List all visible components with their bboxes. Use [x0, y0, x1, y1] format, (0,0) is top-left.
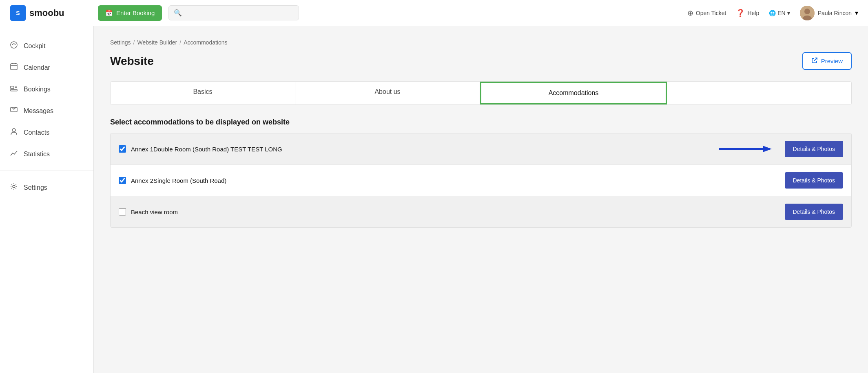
user-menu[interactable]: Paula Rincon ▾: [800, 6, 858, 20]
logo-text: smoobu: [29, 8, 64, 18]
tab-accommodations[interactable]: Accommodations: [480, 82, 667, 104]
breadcrumb-current: Accommodations: [184, 39, 227, 46]
accommodations-section-title: Select accommodations to be displayed on…: [110, 118, 852, 127]
tab-extra[interactable]: [667, 82, 851, 104]
calendar-icon: [10, 62, 18, 73]
accommodation-checkbox-annex1[interactable]: [119, 145, 126, 153]
search-icon: 🔍: [174, 9, 182, 17]
accommodation-checkbox-annex2[interactable]: [119, 177, 126, 184]
sidebar-item-label-messages: Messages: [24, 107, 53, 115]
user-chevron-icon: ▾: [855, 9, 858, 17]
sidebar-item-label-contacts: Contacts: [24, 129, 49, 136]
svg-rect-8: [11, 89, 17, 91]
tab-about-us-label: About us: [374, 88, 400, 95]
tab-basics[interactable]: Basics: [111, 82, 295, 104]
open-ticket-label: Open Ticket: [696, 10, 726, 16]
svg-point-11: [13, 185, 15, 188]
tab-about-us[interactable]: About us: [295, 82, 480, 104]
user-name: Paula Rincon: [818, 10, 852, 16]
breadcrumb: Settings / Website Builder / Accommodati…: [110, 39, 852, 46]
sidebar-item-messages[interactable]: Messages: [0, 101, 93, 121]
breadcrumb-settings[interactable]: Settings: [110, 39, 131, 46]
ticket-icon: ⊕: [687, 9, 693, 18]
sidebar-item-label-calendar: Calendar: [24, 64, 50, 71]
help-nav-item[interactable]: ❓ Help: [736, 9, 759, 18]
sidebar-item-statistics[interactable]: Statistics: [0, 144, 93, 164]
breadcrumb-sep-2: /: [179, 39, 181, 46]
sidebar-item-label-settings: Settings: [24, 184, 47, 191]
sidebar-divider: [0, 171, 93, 171]
accommodation-row-annex1: Annex 1Double Room (South Road) TEST TES…: [111, 133, 851, 165]
svg-point-5: [11, 42, 17, 48]
breadcrumb-sep-1: /: [133, 39, 135, 46]
sidebar-item-settings[interactable]: Settings: [0, 178, 93, 198]
cockpit-icon: [10, 41, 18, 51]
page-title: Website: [110, 55, 154, 68]
globe-icon: 🌐: [769, 10, 776, 16]
search-bar[interactable]: 🔍: [168, 5, 299, 20]
accommodation-name-annex2: Annex 2Single Room (South Road): [131, 177, 780, 184]
svg-text:S: S: [16, 10, 20, 16]
sidebar-item-cockpit[interactable]: Cockpit: [0, 36, 93, 56]
chevron-down-icon: ▾: [787, 10, 790, 16]
svg-marker-14: [763, 146, 772, 152]
language-label: EN: [777, 10, 785, 16]
details-photos-button-annex2[interactable]: Details & Photos: [785, 172, 844, 189]
svg-rect-6: [11, 64, 17, 70]
tab-basics-label: Basics: [193, 88, 212, 95]
breadcrumb-website-builder[interactable]: Website Builder: [137, 39, 177, 46]
accommodation-name-beach: Beach view room: [131, 209, 780, 215]
details-photos-button-beach[interactable]: Details & Photos: [785, 204, 844, 220]
sidebar-item-label-cockpit: Cockpit: [24, 42, 45, 50]
statistics-icon: [10, 149, 18, 159]
svg-point-3: [804, 9, 810, 14]
svg-point-10: [12, 129, 16, 132]
sidebar-item-calendar[interactable]: Calendar: [0, 58, 93, 78]
top-navigation: S smoobu 📅 Enter Booking 🔍 ⊕ Open Ticket…: [0, 0, 868, 26]
open-ticket-nav-item[interactable]: ⊕ Open Ticket: [687, 9, 726, 18]
page-header: Website Preview: [110, 52, 852, 70]
help-label: Help: [747, 10, 759, 16]
messages-icon: [10, 106, 18, 116]
sidebar-item-label-bookings: Bookings: [24, 86, 51, 93]
enter-booking-label: Enter Booking: [116, 9, 155, 16]
sidebar-item-label-statistics: Statistics: [24, 151, 50, 158]
external-link-icon: [811, 57, 818, 65]
enter-booking-button[interactable]: 📅 Enter Booking: [98, 5, 162, 21]
logo-icon: S: [10, 5, 26, 21]
accommodation-name-annex1: Annex 1Double Room (South Road) TEST TES…: [131, 146, 714, 153]
preview-button[interactable]: Preview: [802, 52, 852, 70]
logo[interactable]: S smoobu: [10, 5, 91, 21]
settings-icon: [10, 182, 18, 193]
search-input[interactable]: [185, 10, 294, 16]
main-content: Settings / Website Builder / Accommodati…: [94, 26, 868, 373]
bookings-icon: [10, 84, 18, 94]
main-layout: Cockpit Calendar Bookings: [0, 26, 868, 373]
language-selector[interactable]: 🌐 EN ▾: [769, 10, 790, 16]
svg-line-12: [814, 58, 817, 61]
accommodation-list: Annex 1Double Room (South Road) TEST TES…: [110, 133, 852, 228]
sidebar-item-contacts[interactable]: Contacts: [0, 122, 93, 142]
nav-right: ⊕ Open Ticket ❓ Help 🌐 EN ▾ Paula Rincon…: [687, 6, 858, 20]
tabs-container: Basics About us Accommodations: [110, 81, 852, 105]
help-icon: ❓: [736, 9, 745, 18]
contacts-icon: [10, 127, 18, 138]
accommodation-row-beach: Beach view room Details & Photos: [111, 196, 851, 227]
preview-label: Preview: [821, 58, 843, 64]
svg-rect-7: [11, 86, 14, 89]
sidebar: Cockpit Calendar Bookings: [0, 26, 94, 373]
accommodation-checkbox-beach[interactable]: [119, 208, 126, 215]
accommodation-arrow-annex1: [719, 144, 772, 154]
tab-accommodations-label: Accommodations: [549, 89, 599, 96]
sidebar-item-bookings[interactable]: Bookings: [0, 79, 93, 99]
details-photos-button-annex1[interactable]: Details & Photos: [785, 141, 844, 157]
accommodation-row-annex2: Annex 2Single Room (South Road) Details …: [111, 165, 851, 196]
calendar-plus-icon: 📅: [105, 9, 113, 17]
avatar: [800, 6, 815, 20]
